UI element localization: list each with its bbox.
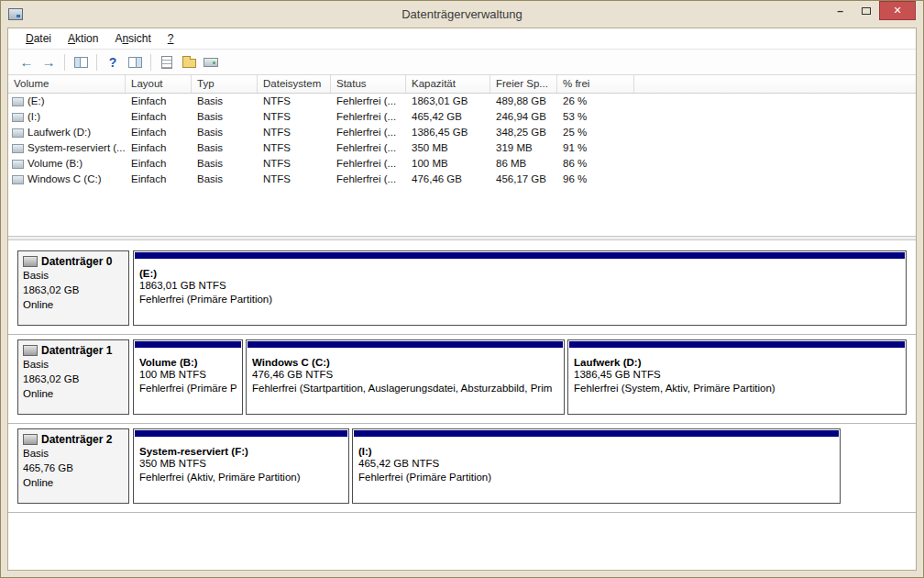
properties-icon[interactable] <box>179 52 199 72</box>
minimize-icon: – <box>837 5 843 17</box>
volume-dateisystem: NTFS <box>258 156 331 172</box>
disk-row-1: Datenträger 1 Basis 1863,02 GB Online Vo… <box>8 335 916 424</box>
volume-list-pane: Volume Layout Typ Dateisystem Status Kap… <box>8 75 916 236</box>
volume-row-windows-c[interactable]: Windows C (C:) Einfach Basis NTFS Fehler… <box>8 172 916 187</box>
rescan-disks-glyph <box>204 58 218 67</box>
volume-layout: Einfach <box>126 156 192 172</box>
volume-name: System-reserviert (... <box>28 140 126 156</box>
volume-icon <box>12 144 24 153</box>
volume-icon <box>12 160 24 169</box>
volume-status: Fehlerfrei (... <box>331 94 406 109</box>
column-header-freier-speicher[interactable]: Freier Sp... <box>490 75 557 93</box>
partition-volume-b[interactable]: Volume (B:) 100 MB NTFS Fehlerfrei (Prim… <box>133 339 243 415</box>
volume-status: Fehlerfrei (... <box>331 172 406 187</box>
menu-datei[interactable]: Datei <box>17 29 60 48</box>
volume-status: Fehlerfrei (... <box>331 156 406 172</box>
partition-label: Volume (B:) <box>139 357 236 368</box>
partition-size: 350 MB NTFS <box>139 457 343 471</box>
menu-label-part: A <box>68 32 75 45</box>
volume-prozent-frei: 53 % <box>557 109 634 125</box>
partition-label: (E:) <box>139 268 900 279</box>
column-header-prozent-frei[interactable]: % frei <box>557 75 634 93</box>
volume-prozent-frei: 86 % <box>557 156 634 172</box>
volume-freier-speicher: 86 MB <box>490 156 557 172</box>
volume-row-system-reserviert[interactable]: System-reserviert (... Einfach Basis NTF… <box>8 140 916 156</box>
menu-ansicht[interactable]: Ansicht <box>106 29 159 48</box>
volume-name: (I:) <box>28 109 40 125</box>
menu-bar: Datei Aktion Ansicht ? <box>8 28 916 50</box>
disk-panel-0[interactable]: Datenträger 0 Basis 1863,02 GB Online <box>17 250 129 326</box>
disk-size: 465,76 GB <box>23 461 124 475</box>
volume-typ: Basis <box>192 109 258 125</box>
forward-icon[interactable]: → <box>38 52 59 72</box>
partition-system-reserviert-f[interactable]: System-reserviert (F:) 350 MB NTFS Fehle… <box>133 428 349 504</box>
column-header-dateisystem[interactable]: Dateisystem <box>258 75 331 93</box>
partition-size: 465,42 GB NTFS <box>358 457 834 471</box>
partition-windows-c[interactable]: Windows C (C:) 476,46 GB NTFS Fehlerfrei… <box>246 339 565 415</box>
volume-freier-speicher: 489,88 GB <box>490 94 557 109</box>
partition-strip: (E:) 1863,01 GB NTFS Fehlerfrei (Primäre… <box>133 250 907 326</box>
volume-icon <box>12 128 24 138</box>
partition-strip: Volume (B:) 100 MB NTFS Fehlerfrei (Prim… <box>133 339 907 415</box>
volume-name: (E:) <box>28 94 45 109</box>
graphical-view-pane: Datenträger 0 Basis 1863,02 GB Online (E… <box>8 240 916 570</box>
disk-icon <box>23 434 38 445</box>
column-header-filler <box>634 75 916 93</box>
partition-laufwerk-d[interactable]: Laufwerk (D:) 1386,45 GB NTFS Fehlerfrei… <box>567 339 907 415</box>
volume-row-laufwerk-d[interactable]: Laufwerk (D:) Einfach Basis NTFS Fehlerf… <box>8 125 916 140</box>
volume-layout: Einfach <box>126 140 192 156</box>
volume-kapazitaet: 100 MB <box>406 156 490 172</box>
refresh-icon[interactable] <box>157 52 177 72</box>
column-header-typ[interactable]: Typ <box>192 75 258 93</box>
close-button[interactable]: ✕ <box>879 1 916 20</box>
help-icon[interactable]: ? <box>103 52 123 72</box>
column-header-layout[interactable]: Layout <box>126 75 192 93</box>
partition-e[interactable]: (E:) 1863,01 GB NTFS Fehlerfrei (Primäre… <box>133 250 907 326</box>
window-title: Datenträgerverwaltung <box>1 7 923 21</box>
disk-panel-1[interactable]: Datenträger 1 Basis 1863,02 GB Online <box>17 339 129 415</box>
toolbar-separator <box>150 54 151 71</box>
disk-type: Basis <box>23 269 124 283</box>
partition-label: Windows C (C:) <box>252 357 558 368</box>
properties-glyph <box>182 59 196 68</box>
action-pane-icon[interactable] <box>125 52 145 72</box>
disk-status: Online <box>23 298 124 312</box>
disk-panel-2[interactable]: Datenträger 2 Basis 465,76 GB Online <box>17 428 129 504</box>
console-tree-glyph <box>74 57 88 68</box>
menu-label-part: sicht <box>128 32 151 45</box>
volume-layout: Einfach <box>126 172 192 187</box>
partition-label: System-reserviert (F:) <box>139 446 343 457</box>
console-tree-icon[interactable] <box>71 52 91 72</box>
menu-hilfe[interactable]: ? <box>160 29 182 48</box>
volume-kapazitaet: 476,46 GB <box>406 172 490 187</box>
volume-icon <box>12 97 24 106</box>
volume-row-i[interactable]: (I:) Einfach Basis NTFS Fehlerfrei (... … <box>8 109 916 125</box>
volume-freier-speicher: 246,94 GB <box>490 109 557 125</box>
partition-status: Fehlerfrei (Primäre Partition) <box>139 293 900 306</box>
close-icon: ✕ <box>893 5 901 17</box>
column-header-status[interactable]: Status <box>331 75 406 93</box>
titlebar[interactable]: Datenträgerverwaltung – ✕ <box>1 1 923 28</box>
volume-icon <box>12 113 24 122</box>
toolbar: ← → ? <box>8 50 916 75</box>
volume-row-e[interactable]: (E:) Einfach Basis NTFS Fehlerfrei (... … <box>8 94 916 109</box>
volume-row-volume-b[interactable]: Volume (B:) Einfach Basis NTFS Fehlerfre… <box>8 156 916 172</box>
disk-icon <box>23 345 38 356</box>
partition-label: Laufwerk (D:) <box>574 357 900 368</box>
menu-aktion[interactable]: Aktion <box>60 29 106 48</box>
column-header-volume[interactable]: Volume <box>8 75 126 93</box>
disk-status: Online <box>23 387 124 401</box>
partition-i[interactable]: (I:) 465,42 GB NTFS Fehlerfrei (Primäre … <box>352 428 841 504</box>
partition-size: 100 MB NTFS <box>139 368 236 382</box>
volume-typ: Basis <box>192 140 258 156</box>
minimize-button[interactable]: – <box>827 1 853 20</box>
maximize-button[interactable] <box>853 1 879 20</box>
volume-status: Fehlerfrei (... <box>331 140 406 156</box>
disk-name: Datenträger 2 <box>41 433 112 446</box>
back-icon[interactable]: ← <box>16 52 37 72</box>
volume-name: Windows C (C:) <box>28 172 102 187</box>
disk-row-2: Datenträger 2 Basis 465,76 GB Online Sys… <box>8 424 916 513</box>
column-header-kapazitaet[interactable]: Kapazität <box>406 75 490 93</box>
refresh-glyph <box>161 56 172 69</box>
rescan-disks-icon[interactable] <box>201 52 221 72</box>
